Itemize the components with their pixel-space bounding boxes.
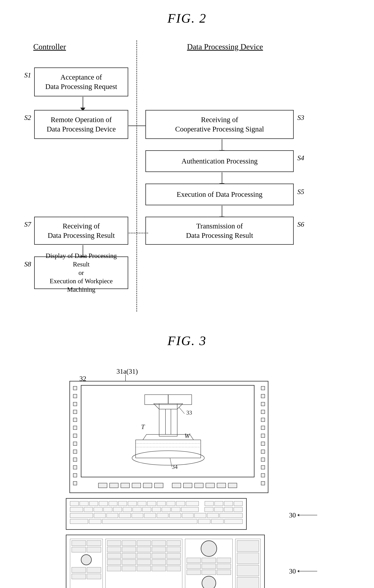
side-btn[interactable] [261,434,265,438]
ctrl-btn[interactable] [152,540,166,546]
ctrl-btn[interactable] [122,566,136,571]
side-btn[interactable] [73,434,77,438]
ctrl-btn[interactable] [167,547,181,552]
bottom-btn[interactable] [217,483,226,488]
bottom-btn[interactable] [194,483,203,488]
secondary-dial[interactable] [202,576,216,588]
ctrl-btn[interactable] [107,540,121,546]
ctrl-btn-tall[interactable] [237,577,259,588]
key[interactable] [132,513,143,518]
key[interactable] [186,501,199,506]
key[interactable] [152,507,161,512]
ctrl-btn[interactable] [137,547,151,552]
key[interactable] [211,519,224,524]
key[interactable] [142,507,151,512]
key[interactable] [70,507,83,512]
ctrl-btn[interactable] [122,553,136,558]
key[interactable] [157,501,166,506]
main-dial[interactable] [201,540,217,557]
bottom-btn[interactable] [121,483,130,488]
bottom-btn[interactable] [172,483,181,488]
ctrl-btn[interactable] [137,566,151,571]
bottom-btn[interactable] [228,483,237,488]
side-btn[interactable] [261,458,265,462]
ctrl-btn[interactable] [87,540,101,546]
side-btn[interactable] [261,442,265,446]
ctrl-btn[interactable] [122,559,136,565]
side-btn[interactable] [261,418,265,422]
key[interactable] [133,507,141,512]
ctrl-btn-tall[interactable] [237,540,259,552]
key[interactable] [94,513,106,518]
key[interactable] [224,501,233,506]
key[interactable] [198,519,210,524]
side-btn[interactable] [261,386,265,390]
ctrl-btn[interactable] [72,540,86,546]
bottom-btn[interactable] [143,483,152,488]
ctrl-btn[interactable] [107,547,121,552]
key[interactable] [234,507,242,512]
ctrl-btn[interactable] [72,567,86,573]
side-btn[interactable] [261,394,265,398]
bottom-btn[interactable] [98,483,107,488]
side-btn[interactable] [261,473,265,477]
side-btn[interactable] [261,450,265,454]
ctrl-btn[interactable] [217,558,231,563]
spacebar-key[interactable] [102,519,197,524]
ctrl-btn[interactable] [87,567,101,573]
ctrl-btn[interactable] [217,570,231,575]
ctrl-btn-tall[interactable] [237,565,259,576]
ctrl-btn[interactable] [72,547,86,552]
side-btn[interactable] [73,442,77,446]
side-btn[interactable] [261,465,265,469]
key[interactable] [70,519,88,524]
key[interactable] [162,507,171,512]
side-btn[interactable] [261,410,265,414]
key[interactable] [219,513,242,518]
side-btn[interactable] [73,402,77,406]
side-btn[interactable] [73,386,77,390]
key[interactable] [207,513,219,518]
key[interactable] [144,513,156,518]
side-btn[interactable] [73,473,77,477]
ctrl-btn[interactable] [87,547,101,552]
ctrl-btn[interactable] [152,566,166,571]
key[interactable] [182,513,194,518]
ctrl-btn[interactable] [122,540,136,546]
side-btn[interactable] [73,450,77,454]
key[interactable] [224,519,242,524]
side-btn[interactable] [261,426,265,430]
key[interactable] [205,507,213,512]
ctrl-btn[interactable] [107,559,121,565]
key[interactable] [138,501,146,506]
ctrl-btn-tall[interactable] [237,553,259,564]
bottom-btn[interactable] [154,483,163,488]
ctrl-btn[interactable] [167,540,181,546]
side-btn[interactable] [73,426,77,430]
key[interactable] [171,507,180,512]
ctrl-btn[interactable] [122,547,136,552]
ctrl-btn[interactable] [187,564,201,569]
ctrl-btn[interactable] [152,553,166,558]
key[interactable] [147,501,156,506]
side-btn[interactable] [73,465,77,469]
key[interactable] [119,513,131,518]
bottom-btn[interactable] [109,483,118,488]
key[interactable] [89,501,98,506]
side-btn[interactable] [73,394,77,398]
key[interactable] [106,513,118,518]
key[interactable] [70,501,79,506]
ctrl-btn[interactable] [187,558,201,563]
ctrl-btn[interactable] [87,574,101,579]
side-btn[interactable] [73,410,77,414]
key[interactable] [205,501,213,506]
key[interactable] [109,501,117,506]
key[interactable] [234,501,242,506]
side-btn[interactable] [73,458,77,462]
ctrl-btn[interactable] [202,558,216,563]
ctrl-btn[interactable] [137,559,151,565]
key[interactable] [214,507,223,512]
key[interactable] [118,501,127,506]
ctrl-btn[interactable] [107,553,121,558]
ctrl-btn[interactable] [137,540,151,546]
